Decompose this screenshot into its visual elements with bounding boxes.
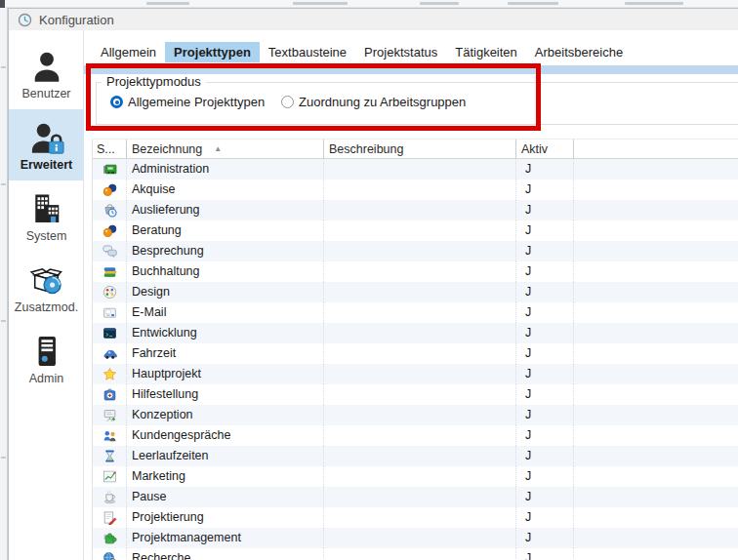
hourglass-icon [93, 446, 127, 466]
cell-beschreibung [324, 507, 516, 528]
radio-zuordnung-zu-arbeitsgruppen[interactable]: Zuordnung zu Arbeitsgruppen [281, 95, 466, 109]
line-chart-icon [93, 466, 127, 487]
buildings-icon [28, 190, 65, 227]
table-row[interactable]: HilfestellungJ [93, 384, 738, 405]
cell-filler [574, 282, 738, 302]
table-row[interactable]: HauptprojektJ [93, 364, 738, 384]
table-row[interactable]: RechercheJ [93, 548, 738, 560]
table-row[interactable]: LeerlaufzeitenJ [93, 446, 738, 466]
table-row[interactable]: AuslieferungJ [93, 200, 738, 220]
cell-filler [574, 528, 738, 548]
two-balls-icon [93, 180, 127, 200]
cell-aktiv: J [516, 364, 574, 384]
tab-taetigkeiten[interactable]: Tätigkeiten [446, 42, 526, 62]
cell-aktiv: J [516, 343, 574, 364]
table-row[interactable]: E-MailJ [93, 302, 738, 323]
table-row[interactable]: KonzeptionJ [93, 405, 738, 425]
column-header-filler [574, 140, 738, 158]
column-header-beschreibung[interactable]: Beschreibung [324, 140, 516, 158]
column-header-aktiv[interactable]: Aktiv [516, 140, 574, 158]
sidebar-item-zusatzmod[interactable]: Zusatzmod. [9, 252, 84, 323]
cell-bezeichnung: Pause [127, 487, 324, 507]
cell-bezeichnung: Beratung [127, 220, 324, 241]
cell-aktiv: J [516, 302, 574, 323]
cell-bezeichnung: Marketing [127, 466, 324, 487]
cell-bezeichnung: Buchhaltung [127, 261, 324, 282]
cell-filler [574, 180, 738, 200]
cell-beschreibung [324, 220, 516, 241]
sidebar-item-system[interactable]: System [9, 180, 84, 252]
cell-filler [574, 507, 738, 528]
window-title: Konfiguration [39, 13, 114, 27]
table-row[interactable]: BeratungJ [93, 220, 738, 241]
cell-aktiv: J [516, 220, 574, 241]
column-header-label: Bezeichnung [132, 140, 202, 158]
table-row[interactable]: ProjektierungJ [93, 507, 738, 528]
table-row[interactable]: FahrzeitJ [93, 343, 738, 364]
user-lock-icon [28, 119, 65, 156]
sidebar: BenutzerErweitertSystemZusatzmod.Admin [9, 30, 84, 560]
table-row[interactable]: BesprechungJ [93, 241, 738, 261]
cell-bezeichnung: Konzeption [127, 405, 324, 425]
radio-allgemeine-projekttypen[interactable]: Allgemeine Projekttypen [110, 95, 265, 109]
two-balls-icon [93, 220, 127, 241]
tab-projekttypen[interactable]: Projekttypen [165, 42, 260, 62]
cell-aktiv: J [516, 487, 574, 507]
table-row[interactable]: BuchhaltungJ [93, 261, 738, 282]
table-row[interactable]: ProjektmanagementJ [93, 528, 738, 548]
cell-bezeichnung: Entwicklung [127, 323, 324, 343]
cell-filler [574, 487, 738, 507]
user-icon [28, 48, 65, 85]
table-row[interactable]: MarketingJ [93, 466, 738, 487]
table-row[interactable]: EntwicklungJ [93, 323, 738, 343]
table-row[interactable]: KundengesprächeJ [93, 425, 738, 446]
column-header-s[interactable]: S... [93, 140, 127, 158]
table-row[interactable]: DesignJ [93, 282, 738, 302]
tab-arbeitsbereiche[interactable]: Arbeitsbereiche [526, 42, 632, 62]
cell-beschreibung [324, 241, 516, 261]
cell-bezeichnung: Administration [127, 159, 324, 180]
cell-filler [574, 466, 738, 487]
cell-aktiv: J [516, 261, 574, 282]
cell-bezeichnung: Kundengespräche [127, 425, 324, 446]
cell-aktiv: J [516, 384, 574, 405]
sidebar-item-benutzer[interactable]: Benutzer [9, 38, 84, 109]
sidebar-item-admin[interactable]: Admin [9, 323, 84, 394]
table-row[interactable]: PauseJ [93, 487, 738, 507]
cell-aktiv: J [516, 425, 574, 446]
tab-textbausteine[interactable]: Textbausteine [260, 42, 355, 62]
clock-icon [18, 13, 32, 27]
speech-bubbles-icon [93, 241, 127, 261]
radio-label: Allgemeine Projekttypen [128, 95, 265, 109]
column-header-bezeichnung[interactable]: Bezeichnung▲ [127, 140, 324, 158]
table-row[interactable]: AdministrationJ [93, 159, 738, 180]
coffee-cup-icon [93, 487, 127, 507]
tab-allgemein[interactable]: Allgemein [92, 42, 165, 62]
mail-window-icon [93, 302, 127, 323]
cell-aktiv: J [516, 200, 574, 220]
cell-beschreibung [324, 466, 516, 487]
table-header: S...Bezeichnung▲BeschreibungAktiv [93, 139, 738, 159]
sidebar-item-label: System [9, 229, 84, 243]
cell-filler [574, 323, 738, 343]
cell-bezeichnung: Akquise [127, 180, 324, 200]
server-icon [28, 333, 65, 370]
sidebar-item-label: Erweitert [9, 158, 84, 172]
doc-pen-icon [93, 507, 127, 528]
cell-bezeichnung: Fahrzeit [127, 343, 324, 364]
sidebar-item-erweitert[interactable]: Erweitert [9, 109, 84, 180]
column-header-label: Beschreibung [329, 140, 403, 158]
table-row[interactable]: AkquiseJ [93, 180, 738, 200]
cell-aktiv: J [516, 507, 574, 528]
projekttypen-table: S...Bezeichnung▲BeschreibungAktiv Admini… [92, 139, 738, 560]
cell-bezeichnung: Hilfestellung [127, 384, 324, 405]
tab-projektstatus[interactable]: Projektstatus [355, 42, 446, 62]
screenshot-stage: Konfiguration BenutzerErweitertSystemZus… [0, 0, 738, 560]
cell-aktiv: J [516, 405, 574, 425]
background-window-left-strip [0, 8, 8, 560]
radio-button-icon [110, 96, 123, 108]
cell-beschreibung [324, 282, 516, 302]
window-titlebar[interactable]: Konfiguration [9, 9, 738, 30]
cell-aktiv: J [516, 282, 574, 302]
cell-filler [574, 364, 738, 384]
